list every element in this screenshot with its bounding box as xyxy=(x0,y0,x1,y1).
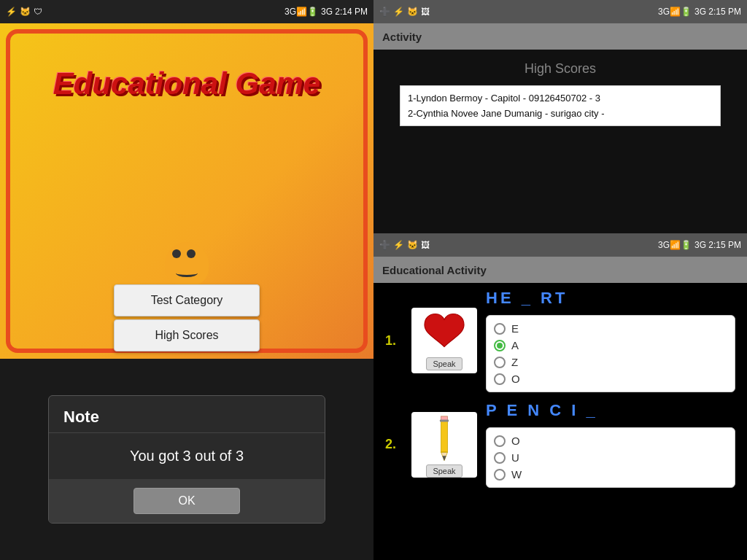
speak-button-2[interactable]: Speak xyxy=(426,464,462,478)
note-message: You got 3 out of 3 xyxy=(49,433,325,479)
edu-title-bar: Educational Activity xyxy=(374,257,747,283)
signal-text-left: 3G📶🔋 xyxy=(285,7,318,17)
usb-icon-edu: ⚡ xyxy=(393,240,404,250)
ok-button[interactable]: OK xyxy=(133,488,239,514)
option-label-o2: O xyxy=(511,435,520,447)
face-icon: 🐱 xyxy=(20,7,31,17)
status-bar-left: ⚡ 🐱 🛡 3G📶🔋 3G 2:14 PM xyxy=(0,0,374,23)
option-label-u: U xyxy=(511,451,519,464)
q-number-2: 2. xyxy=(385,437,403,452)
q-image-1: Speak xyxy=(411,308,477,373)
activity-label: Activity xyxy=(382,31,422,43)
edu-status-right: 3G📶🔋 3G 2:15 PM xyxy=(658,240,741,250)
plus-icon-edu: ➕ xyxy=(379,240,390,250)
edu-status-icons: ➕ ⚡ 🐱 🖼 xyxy=(379,240,430,250)
activity-status-bar: ➕ ⚡ 🐱 🖼 3G📶🔋 3G 2:15 PM xyxy=(374,0,747,23)
high-scores-area: High Scores 1-Lyndon Bermoy - Capitol - … xyxy=(374,50,747,233)
left-panel: ⚡ 🐱 🛡 3G📶🔋 3G 2:14 PM Educational Game T… xyxy=(0,0,374,560)
q-content-2: P E N C I _ O U W xyxy=(486,401,735,488)
note-dialog: Note You got 3 out of 3 OK xyxy=(48,395,325,524)
signal-text-edu: 3G📶🔋 xyxy=(658,240,692,250)
option-label-a: A xyxy=(511,339,519,351)
option-label-w: W xyxy=(511,468,522,481)
word-display-2: P E N C I _ xyxy=(486,401,735,420)
time-right-bottom: 3G 2:15 PM xyxy=(694,240,741,250)
game-title: Educational Game xyxy=(53,67,320,101)
time-left: 3G 2:14 PM xyxy=(321,7,368,17)
svg-rect-5 xyxy=(440,419,449,421)
q-content-1: HE _ RT E A xyxy=(486,289,735,392)
option-label-e: E xyxy=(511,322,519,335)
question-row-1: 1. Speak HE _ RT E xyxy=(385,289,735,392)
right-top: ➕ ⚡ 🐱 🖼 3G📶🔋 3G 2:15 PM Activity High Sc… xyxy=(374,0,747,233)
edu-activity-label: Educational Activity xyxy=(382,264,487,276)
radio-a[interactable] xyxy=(494,340,506,351)
speak-button-1[interactable]: Speak xyxy=(426,357,462,370)
option-w[interactable]: W xyxy=(494,466,727,483)
radio-w[interactable] xyxy=(494,469,506,481)
face-icon-right: 🐱 xyxy=(407,7,418,17)
option-label-z: Z xyxy=(511,356,518,368)
option-a[interactable]: A xyxy=(494,337,727,354)
test-category-button[interactable]: Test Category xyxy=(114,284,260,316)
pencil-image xyxy=(426,412,462,462)
shield-icon: 🛡 xyxy=(34,7,42,17)
right-panel: ➕ ⚡ 🐱 🖼 3G📶🔋 3G 2:15 PM Activity High Sc… xyxy=(374,0,747,560)
time-right-top: 3G 2:15 PM xyxy=(694,7,741,17)
option-o[interactable]: O xyxy=(494,370,727,387)
plus-icon: ➕ xyxy=(379,7,390,17)
option-u[interactable]: U xyxy=(494,449,727,466)
score-item-2: 2-Cynthia Novee Jane Dumanig - surigao c… xyxy=(408,106,713,121)
activity-status-right: 3G📶🔋 3G 2:15 PM xyxy=(658,7,741,17)
edu-status-bar: ➕ ⚡ 🐱 🖼 3G📶🔋 3G 2:15 PM xyxy=(374,233,747,257)
note-dialog-area: Note You got 3 out of 3 OK xyxy=(0,359,374,560)
option-e[interactable]: E xyxy=(494,320,727,337)
radio-z[interactable] xyxy=(494,357,506,368)
signal-text-right: 3G📶🔋 xyxy=(658,7,692,17)
note-ok-area: OK xyxy=(49,479,325,523)
option-label-o: O xyxy=(511,373,520,385)
radio-o[interactable] xyxy=(494,373,506,385)
status-icons-left: ⚡ 🐱 🛡 xyxy=(6,7,42,17)
note-title: Note xyxy=(49,396,325,433)
high-scores-button[interactable]: High Scores xyxy=(114,319,260,351)
high-scores-title: High Scores xyxy=(525,61,596,77)
heart-image xyxy=(422,311,466,351)
question-row-2: 2. Speak P E N C I _ xyxy=(385,401,735,488)
option-z[interactable]: Z xyxy=(494,354,727,370)
q-number-1: 1. xyxy=(385,333,403,349)
radio-u[interactable] xyxy=(494,452,506,464)
q-image-2: Speak xyxy=(411,412,477,478)
character-figure xyxy=(165,242,209,286)
menu-buttons: Test Category High Scores xyxy=(114,284,260,351)
radio-o2[interactable] xyxy=(494,435,506,447)
right-bottom: ➕ ⚡ 🐱 🖼 3G📶🔋 3G 2:15 PM Educational Acti… xyxy=(374,233,747,560)
radio-dot-a xyxy=(497,343,503,349)
face-icon-edu: 🐱 xyxy=(407,240,418,250)
options-box-1: E A Z xyxy=(486,315,735,392)
activity-title-bar: Activity xyxy=(374,23,747,50)
scores-list: 1-Lyndon Bermoy - Capitol - 09126450702 … xyxy=(400,85,721,126)
score-item-1: 1-Lyndon Bermoy - Capitol - 09126450702 … xyxy=(408,90,713,106)
usb-icon-right: ⚡ xyxy=(393,7,404,17)
radio-e[interactable] xyxy=(494,323,506,335)
img-icon: 🖼 xyxy=(421,7,430,17)
option-o2[interactable]: O xyxy=(494,432,727,449)
game-image-area: Educational Game Test Category High Scor… xyxy=(0,23,374,359)
options-box-2: O U W xyxy=(486,427,735,488)
edu-content: 1. Speak HE _ RT E xyxy=(374,283,747,560)
status-right-left: 3G📶🔋 3G 2:14 PM xyxy=(285,7,368,17)
activity-status-icons: ➕ ⚡ 🐱 🖼 xyxy=(379,7,430,17)
word-display-1: HE _ RT xyxy=(486,289,735,308)
img-icon-edu: 🖼 xyxy=(421,240,430,250)
usb-icon: ⚡ xyxy=(6,7,17,17)
